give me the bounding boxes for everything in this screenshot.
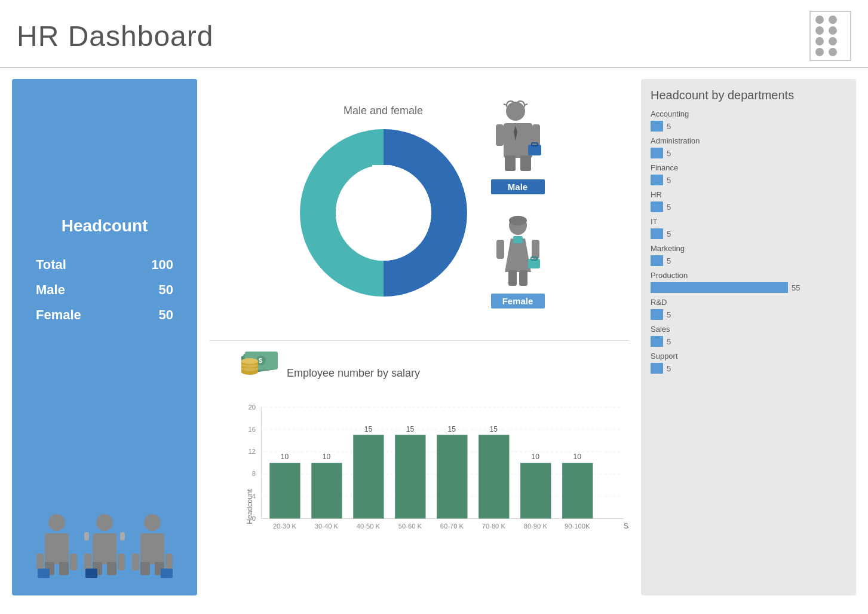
svg-rect-8 — [84, 532, 89, 540]
dept-bar — [651, 228, 663, 239]
svg-rect-31 — [504, 123, 532, 158]
svg-rect-10 — [93, 533, 116, 564]
dept-name: Support — [651, 352, 846, 361]
svg-rect-4 — [36, 554, 44, 570]
dept-bar-container: 5 — [651, 362, 846, 375]
person-legend: Male — [491, 98, 545, 308]
dept-name: Finance — [651, 163, 846, 172]
dept-bar-container: 5 — [651, 254, 846, 267]
svg-text:20-30 K: 20-30 K — [273, 523, 297, 530]
dept-bar-value: 5 — [667, 230, 671, 239]
dept-row: Support 5 — [651, 352, 846, 375]
svg-rect-45 — [508, 270, 517, 286]
header-icon-box — [809, 11, 851, 61]
female-label: Female — [36, 307, 81, 323]
svg-rect-46 — [519, 270, 527, 286]
dept-bar-value: 5 — [667, 122, 671, 131]
dept-bar — [651, 309, 663, 320]
svg-point-7 — [96, 514, 113, 531]
dept-bar — [651, 363, 663, 374]
dept-bar-container: 5 — [651, 120, 846, 133]
svg-rect-88 — [437, 435, 467, 518]
dept-bar-value: 5 — [667, 310, 671, 319]
female-value: 50 — [159, 307, 173, 323]
male-legend-item: Male — [491, 98, 545, 194]
svg-rect-20 — [132, 554, 139, 570]
svg-rect-15 — [85, 569, 97, 578]
donut-title: Male and female — [343, 105, 423, 117]
svg-rect-82 — [353, 435, 384, 518]
svg-rect-1 — [45, 533, 69, 564]
svg-rect-22 — [161, 569, 173, 578]
people-grid-icon — [815, 16, 839, 56]
total-row: Total 100 — [24, 252, 185, 277]
svg-text:8: 8 — [252, 470, 256, 477]
svg-text:10: 10 — [532, 453, 540, 461]
left-panel: Headcount Total 100 Male 50 Female 50 — [12, 79, 197, 595]
dept-name: Marketing — [651, 244, 846, 253]
svg-text:10: 10 — [281, 453, 289, 461]
svg-text:16: 16 — [249, 425, 256, 432]
svg-rect-18 — [140, 562, 150, 575]
svg-text:15: 15 — [490, 424, 498, 433]
dept-bar — [651, 201, 663, 212]
male-label: Male — [36, 282, 65, 298]
dept-bar-container: 5 — [651, 308, 846, 321]
dept-name: IT — [651, 217, 846, 226]
dept-row: HR 5 — [651, 190, 846, 213]
dept-bar — [651, 255, 663, 266]
svg-text:12: 12 — [249, 448, 256, 455]
svg-text:50-60 K: 50-60 K — [398, 523, 422, 530]
dept-bar — [651, 121, 663, 132]
svg-rect-35 — [496, 124, 504, 146]
bottom-figures — [12, 512, 197, 584]
salary-bar-chart-svg: 0 4 8 12 16 — [239, 382, 629, 566]
dept-name: Production — [651, 271, 846, 280]
dept-bar — [651, 282, 788, 293]
svg-rect-17 — [140, 533, 164, 564]
page-title: HR Dashboard — [17, 20, 213, 53]
svg-rect-9 — [120, 532, 125, 540]
svg-point-60 — [241, 358, 258, 364]
dept-bar-value: 5 — [667, 203, 671, 212]
svg-text:80-90 K: 80-90 K — [524, 523, 548, 530]
svg-rect-94 — [520, 463, 551, 518]
svg-text:10: 10 — [323, 453, 331, 461]
dept-bar-value: 5 — [667, 176, 671, 185]
dept-bar — [651, 148, 663, 158]
dept-bar-value: 55 — [792, 283, 800, 292]
dept-name: R&D — [651, 298, 846, 307]
total-label: Total — [36, 257, 66, 273]
svg-rect-13 — [84, 554, 91, 570]
dept-bar-container: 5 — [651, 227, 846, 240]
dept-row: Administration 5 — [651, 136, 846, 160]
svg-point-40 — [509, 216, 527, 225]
female-row: Female 50 — [24, 303, 185, 328]
main-content: Headcount Total 100 Male 50 Female 50 — [0, 68, 868, 606]
male-badge: Male — [491, 179, 545, 194]
person-figure-3 — [131, 512, 174, 584]
svg-text:15: 15 — [364, 424, 373, 433]
dept-bar — [651, 336, 663, 347]
dept-name: Sales — [651, 325, 846, 334]
svg-rect-21 — [165, 554, 173, 570]
headcount-label: Headcount — [62, 216, 148, 236]
svg-point-0 — [48, 514, 65, 531]
header: HR Dashboard — [0, 0, 868, 68]
dept-bar-value: 5 — [667, 364, 671, 373]
svg-rect-42 — [513, 236, 523, 243]
salary-chart-title: Employee number by salary — [287, 367, 420, 380]
svg-text:Headcount: Headcount — [246, 488, 254, 524]
salary-chart-area: $ Employee number by salary — [209, 341, 629, 596]
svg-rect-6 — [38, 569, 50, 578]
dept-bar — [651, 175, 663, 185]
svg-text:70-80 K: 70-80 K — [482, 523, 506, 530]
dept-bar-container: 5 — [651, 173, 846, 187]
svg-rect-44 — [532, 240, 539, 259]
female-figure-large — [494, 212, 542, 290]
svg-text:$: $ — [259, 357, 262, 364]
center-panel: Male and female — [197, 79, 641, 595]
svg-text:Salary, $: Salary, $ — [624, 522, 629, 530]
dept-row: Accounting 5 — [651, 109, 846, 133]
dept-row: Marketing 5 — [651, 244, 846, 267]
